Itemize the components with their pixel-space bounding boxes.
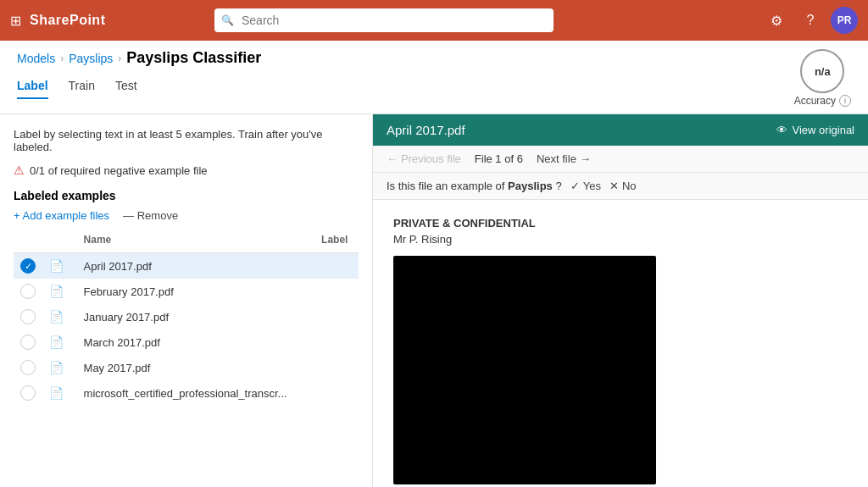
settings-button[interactable]: ⚙ — [763, 7, 790, 34]
row-check[interactable] — [14, 253, 42, 279]
confirm-question: Is this file an example of Payslips ? — [387, 180, 562, 192]
pdf-icon: 📄 — [49, 386, 64, 400]
search-icon: 🔍 — [221, 14, 234, 26]
help-button[interactable]: ? — [797, 7, 824, 34]
accuracy-box: n/a Accuracy i — [794, 49, 851, 113]
next-file-button[interactable]: Next file → — [537, 152, 591, 165]
row-filename: microsoft_certified_professional_transcr… — [77, 380, 315, 406]
row-pdf-icon: 📄 — [42, 329, 77, 355]
table-row[interactable]: 📄 microsoft_certified_professional_trans… — [14, 380, 359, 406]
row-pdf-icon: 📄 — [42, 279, 77, 304]
row-filename: January 2017.pdf — [77, 304, 315, 329]
row-check[interactable] — [14, 355, 42, 380]
tab-label[interactable]: Label — [17, 74, 48, 99]
pdf-icon: 📄 — [49, 310, 64, 324]
check-circle[interactable] — [20, 258, 36, 274]
tabs: Label Train Test — [17, 74, 794, 98]
row-pdf-icon: 📄 — [42, 355, 77, 380]
header-actions: ⚙ ? PR — [763, 7, 858, 34]
col-label: Label — [314, 230, 359, 253]
row-check[interactable] — [14, 304, 42, 329]
row-label — [314, 355, 359, 380]
col-check — [14, 230, 42, 253]
arrow-left-icon: ← — [387, 152, 398, 165]
row-check[interactable] — [14, 279, 42, 304]
negative-example-notice: ⚠ 0/1 of required negative example file — [14, 163, 359, 177]
file-header: April 2017.pdf 👁 View original — [373, 114, 868, 146]
check-circle[interactable] — [20, 335, 36, 350]
avatar[interactable]: PR — [831, 7, 858, 34]
row-check[interactable] — [14, 329, 42, 355]
pdf-icon: 📄 — [49, 259, 64, 273]
row-filename: May 2017.pdf — [77, 355, 315, 380]
table-row[interactable]: 📄 April 2017.pdf — [14, 253, 359, 279]
accuracy-value: n/a — [800, 49, 844, 93]
app-logo: SharePoint — [30, 13, 105, 28]
app-header: ⊞ SharePoint 🔍 ⚙ ? PR — [0, 0, 868, 41]
grid-icon[interactable]: ⊞ — [10, 13, 21, 29]
pdf-icon: 📄 — [49, 361, 64, 374]
row-check[interactable] — [14, 380, 42, 406]
action-bar: + Add example files — Remove — [14, 209, 359, 222]
table-row[interactable]: 📄 January 2017.pdf — [14, 304, 359, 329]
check-circle[interactable] — [20, 360, 36, 375]
col-name: Name — [77, 230, 315, 253]
tab-train[interactable]: Train — [69, 74, 95, 99]
left-panel: Label by selecting text in at least 5 ex… — [0, 114, 373, 487]
doc-name: Mr P. Rising — [393, 233, 848, 246]
check-icon: ✓ — [570, 180, 580, 192]
right-panel: April 2017.pdf 👁 View original ← Previou… — [373, 114, 868, 487]
row-pdf-icon: 📄 — [42, 304, 77, 329]
remove-button[interactable]: — Remove — [123, 209, 178, 222]
row-filename: April 2017.pdf — [77, 253, 315, 279]
row-filename: March 2017.pdf — [77, 329, 315, 355]
row-label — [314, 329, 359, 355]
row-label — [314, 253, 359, 279]
breadcrumb-current: Payslips Classifier — [126, 49, 261, 67]
table-row[interactable]: 📄 February 2017.pdf — [14, 279, 359, 304]
section-title: Labeled examples — [14, 189, 359, 202]
table-row[interactable]: 📄 March 2017.pdf — [14, 329, 359, 355]
confirm-bar: Is this file an example of Payslips ? ✓ … — [373, 173, 868, 200]
check-circle[interactable] — [20, 385, 36, 401]
no-button[interactable]: ✕ No — [609, 180, 637, 192]
breadcrumb-bar: Models › Payslips › Payslips Classifier … — [0, 41, 868, 114]
breadcrumb-sep-1: › — [60, 53, 64, 64]
accuracy-info-icon[interactable]: i — [839, 95, 851, 107]
yes-button[interactable]: ✓ Yes — [570, 180, 601, 192]
view-original-button[interactable]: 👁 View original — [776, 124, 854, 136]
check-circle[interactable] — [20, 309, 36, 324]
add-example-button[interactable]: + Add example files — [14, 209, 109, 222]
file-counter: File 1 of 6 — [475, 152, 523, 165]
eye-icon: 👁 — [776, 124, 787, 136]
breadcrumb: Models › Payslips › Payslips Classifier — [17, 49, 794, 67]
x-icon: ✕ — [609, 180, 619, 192]
breadcrumb-payslips[interactable]: Payslips — [69, 52, 113, 65]
breadcrumb-sep-2: › — [118, 53, 121, 64]
arrow-right-icon: → — [580, 152, 591, 165]
search-container: 🔍 — [214, 8, 554, 32]
main-content: Label by selecting text in at least 5 ex… — [0, 114, 868, 487]
breadcrumb-models[interactable]: Models — [17, 52, 55, 65]
table-row[interactable]: 📄 May 2017.pdf — [14, 355, 359, 380]
tab-test[interactable]: Test — [115, 74, 137, 99]
instruction-text: Label by selecting text in at least 5 ex… — [14, 128, 359, 153]
negative-example-text: 0/1 of required negative example file — [30, 164, 208, 177]
col-icon — [42, 230, 77, 253]
accuracy-label: Accuracy i — [794, 95, 851, 107]
doc-confidential: PRIVATE & CONFIDENTIAL — [393, 217, 848, 230]
row-label — [314, 380, 359, 406]
pdf-icon: 📄 — [49, 285, 64, 298]
file-table: Name Label 📄 April 2017.pdf 📄 February 2… — [14, 230, 359, 406]
previous-file-button[interactable]: ← Previous file — [387, 152, 461, 165]
search-input[interactable] — [214, 8, 554, 32]
negative-icon: ⚠ — [14, 163, 25, 177]
row-filename: February 2017.pdf — [77, 279, 315, 304]
file-title: April 2017.pdf — [387, 123, 465, 137]
pdf-icon: 📄 — [49, 335, 64, 349]
breadcrumb-left: Models › Payslips › Payslips Classifier … — [17, 49, 794, 98]
row-label — [314, 304, 359, 329]
check-circle[interactable] — [20, 284, 36, 299]
doc-image-placeholder — [393, 256, 656, 484]
doc-preview: PRIVATE & CONFIDENTIAL Mr P. Rising — [373, 200, 868, 487]
